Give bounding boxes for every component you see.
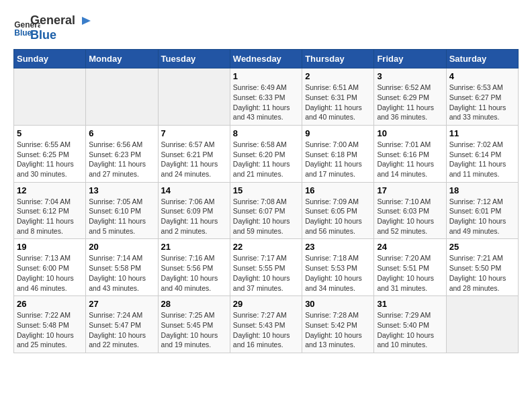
day-number: 1 <box>233 71 299 81</box>
sunrise-text: Sunrise: 7:05 AM <box>89 197 154 207</box>
cell-content: Sunrise: 6:53 AMSunset: 6:27 PMDaylight:… <box>449 83 515 122</box>
sunset-text: Sunset: 5:43 PM <box>233 320 299 330</box>
day-number: 8 <box>233 128 299 138</box>
calendar-cell: 24Sunrise: 7:20 AMSunset: 5:51 PMDayligh… <box>374 239 446 296</box>
cell-content: Sunrise: 6:49 AMSunset: 6:33 PMDaylight:… <box>233 83 299 122</box>
cell-content: Sunrise: 7:24 AMSunset: 5:47 PMDaylight:… <box>89 310 154 350</box>
weekday-header-thursday: Thursday <box>302 50 374 68</box>
daylight-text: Daylight: 11 hours and 27 minutes. <box>89 159 154 179</box>
day-number: 18 <box>449 185 515 195</box>
sunrise-text: Sunrise: 6:49 AM <box>233 83 299 93</box>
daylight-text: Daylight: 10 hours and 56 minutes. <box>305 216 371 236</box>
cell-content: Sunrise: 7:16 AMSunset: 5:56 PMDaylight:… <box>161 253 227 293</box>
calendar-cell: 25Sunrise: 7:21 AMSunset: 5:50 PMDayligh… <box>446 239 518 296</box>
sunset-text: Sunset: 6:33 PM <box>233 93 299 103</box>
sunrise-text: Sunrise: 7:10 AM <box>377 197 443 207</box>
calendar-cell: 6Sunrise: 6:56 AMSunset: 6:23 PMDaylight… <box>86 125 158 182</box>
weekday-header-saturday: Saturday <box>446 50 518 68</box>
cell-content: Sunrise: 6:55 AMSunset: 6:25 PMDaylight:… <box>17 140 83 179</box>
day-number: 25 <box>449 242 515 252</box>
sunrise-text: Sunrise: 7:06 AM <box>161 197 227 207</box>
calendar-cell: 22Sunrise: 7:17 AMSunset: 5:55 PMDayligh… <box>230 239 302 296</box>
calendar-week-5: 26Sunrise: 7:22 AMSunset: 5:48 PMDayligh… <box>14 296 519 353</box>
sunrise-text: Sunrise: 7:24 AM <box>89 310 154 320</box>
sunset-text: Sunset: 5:50 PM <box>449 263 515 273</box>
calendar-cell: 3Sunrise: 6:52 AMSunset: 6:29 PMDaylight… <box>374 68 446 126</box>
day-number: 14 <box>161 185 227 195</box>
calendar-cell: 23Sunrise: 7:18 AMSunset: 5:53 PMDayligh… <box>302 239 374 296</box>
calendar-cell: 18Sunrise: 7:12 AMSunset: 6:01 PMDayligh… <box>446 182 518 239</box>
day-number: 13 <box>89 185 154 195</box>
daylight-text: Daylight: 10 hours and 43 minutes. <box>89 273 154 293</box>
sunrise-text: Sunrise: 6:51 AM <box>305 83 371 93</box>
calendar-cell: 16Sunrise: 7:09 AMSunset: 6:05 PMDayligh… <box>302 182 374 239</box>
cell-content: Sunrise: 7:04 AMSunset: 6:12 PMDaylight:… <box>17 197 83 236</box>
calendar-cell: 13Sunrise: 7:05 AMSunset: 6:10 PMDayligh… <box>86 182 158 239</box>
calendar-cell: 30Sunrise: 7:28 AMSunset: 5:42 PMDayligh… <box>302 296 374 353</box>
calendar-cell: 26Sunrise: 7:22 AMSunset: 5:48 PMDayligh… <box>14 296 86 353</box>
sunset-text: Sunset: 6:31 PM <box>305 93 371 103</box>
logo: General Blue General Blue <box>13 13 92 42</box>
svg-text:Blue: Blue <box>14 28 32 37</box>
calendar-cell: 5Sunrise: 6:55 AMSunset: 6:25 PMDaylight… <box>14 125 86 182</box>
daylight-text: Daylight: 10 hours and 40 minutes. <box>161 273 227 293</box>
daylight-text: Daylight: 11 hours and 8 minutes. <box>17 216 83 236</box>
sunrise-text: Sunrise: 7:08 AM <box>233 197 299 207</box>
cell-content: Sunrise: 6:57 AMSunset: 6:21 PMDaylight:… <box>161 140 227 179</box>
cell-content: Sunrise: 7:18 AMSunset: 5:53 PMDaylight:… <box>305 253 371 293</box>
day-number: 24 <box>377 242 443 252</box>
sunrise-text: Sunrise: 7:29 AM <box>377 310 443 320</box>
daylight-text: Daylight: 10 hours and 16 minutes. <box>233 330 299 350</box>
sunset-text: Sunset: 6:20 PM <box>233 150 299 160</box>
sunrise-text: Sunrise: 7:16 AM <box>161 253 227 263</box>
day-number: 6 <box>89 128 154 138</box>
sunrise-text: Sunrise: 7:13 AM <box>17 253 83 263</box>
day-number: 7 <box>161 128 227 138</box>
daylight-text: Daylight: 10 hours and 25 minutes. <box>17 330 83 350</box>
svg-marker-3 <box>82 17 91 25</box>
calendar-cell: 19Sunrise: 7:13 AMSunset: 6:00 PMDayligh… <box>14 239 86 296</box>
calendar-cell <box>158 68 230 126</box>
calendar-cell: 21Sunrise: 7:16 AMSunset: 5:56 PMDayligh… <box>158 239 230 296</box>
cell-content: Sunrise: 7:06 AMSunset: 6:09 PMDaylight:… <box>161 197 227 236</box>
sunset-text: Sunset: 5:58 PM <box>89 263 154 273</box>
cell-content: Sunrise: 7:02 AMSunset: 6:14 PMDaylight:… <box>449 140 515 179</box>
calendar-week-2: 5Sunrise: 6:55 AMSunset: 6:25 PMDaylight… <box>14 125 519 182</box>
day-number: 10 <box>377 128 443 138</box>
sunrise-text: Sunrise: 7:02 AM <box>449 140 515 150</box>
sunrise-text: Sunrise: 6:53 AM <box>449 83 515 93</box>
sunset-text: Sunset: 6:25 PM <box>17 150 83 160</box>
sunset-text: Sunset: 5:45 PM <box>161 320 227 330</box>
sunset-text: Sunset: 6:10 PM <box>89 206 154 216</box>
cell-content: Sunrise: 7:28 AMSunset: 5:42 PMDaylight:… <box>305 310 371 350</box>
sunrise-text: Sunrise: 7:14 AM <box>89 253 154 263</box>
daylight-text: Daylight: 11 hours and 30 minutes. <box>17 159 83 179</box>
day-number: 5 <box>17 128 83 138</box>
cell-content: Sunrise: 7:22 AMSunset: 5:48 PMDaylight:… <box>17 310 83 350</box>
sunset-text: Sunset: 6:16 PM <box>377 150 443 160</box>
cell-content: Sunrise: 6:58 AMSunset: 6:20 PMDaylight:… <box>233 140 299 179</box>
cell-content: Sunrise: 7:27 AMSunset: 5:43 PMDaylight:… <box>233 310 299 350</box>
sunset-text: Sunset: 6:29 PM <box>377 93 443 103</box>
weekday-header-monday: Monday <box>86 50 158 68</box>
calendar-cell: 4Sunrise: 6:53 AMSunset: 6:27 PMDaylight… <box>446 68 518 126</box>
sunset-text: Sunset: 6:03 PM <box>377 206 443 216</box>
cell-content: Sunrise: 7:25 AMSunset: 5:45 PMDaylight:… <box>161 310 227 350</box>
calendar-table: SundayMondayTuesdayWednesdayThursdayFrid… <box>13 49 519 353</box>
calendar-cell: 8Sunrise: 6:58 AMSunset: 6:20 PMDaylight… <box>230 125 302 182</box>
day-number: 28 <box>161 299 227 309</box>
daylight-text: Daylight: 10 hours and 59 minutes. <box>233 216 299 236</box>
sunset-text: Sunset: 5:56 PM <box>161 263 227 273</box>
sunset-text: Sunset: 6:18 PM <box>305 150 371 160</box>
logo-blue-text: Blue <box>30 28 92 43</box>
sunrise-text: Sunrise: 6:52 AM <box>377 83 443 93</box>
weekday-header-wednesday: Wednesday <box>230 50 302 68</box>
page-header: General Blue General Blue <box>13 13 519 42</box>
daylight-text: Daylight: 10 hours and 28 minutes. <box>449 273 515 293</box>
cell-content: Sunrise: 7:29 AMSunset: 5:40 PMDaylight:… <box>377 310 443 350</box>
daylight-text: Daylight: 11 hours and 17 minutes. <box>305 159 371 179</box>
sunrise-text: Sunrise: 7:22 AM <box>17 310 83 320</box>
cell-content: Sunrise: 7:20 AMSunset: 5:51 PMDaylight:… <box>377 253 443 293</box>
cell-content: Sunrise: 7:13 AMSunset: 6:00 PMDaylight:… <box>17 253 83 293</box>
daylight-text: Daylight: 11 hours and 14 minutes. <box>377 159 443 179</box>
